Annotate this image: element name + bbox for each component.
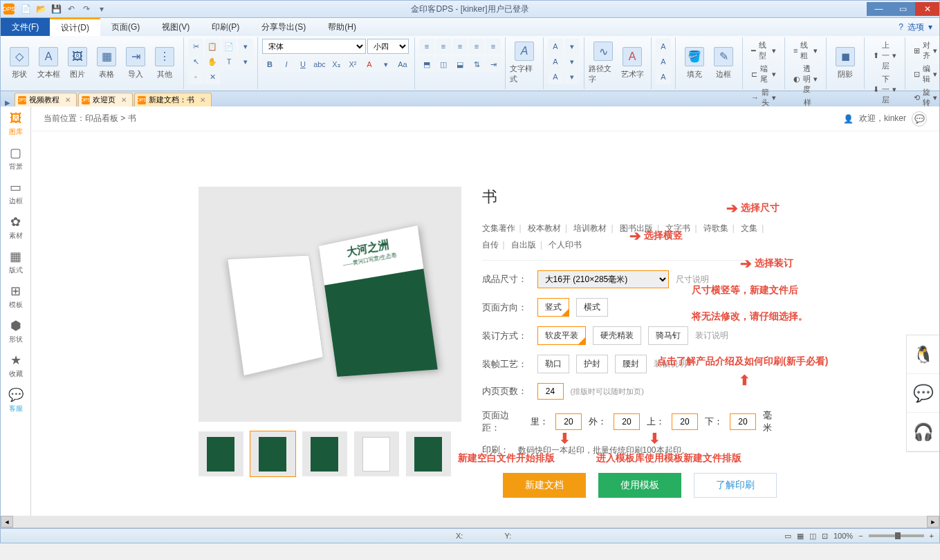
btn-pathtext[interactable]: ∿路径文字 [589,39,618,87]
maximize-button[interactable]: ▭ [891,2,915,16]
menu-page[interactable]: 页面(G) [100,18,151,36]
side-service[interactable]: 💬客服 [1,383,30,418]
thumb-4[interactable] [354,431,399,476]
close-button[interactable]: ✕ [915,2,939,16]
ts5-icon[interactable]: A [548,69,563,84]
bold-icon[interactable]: B [262,57,277,72]
btn-linetype[interactable]: ━ 线型 ▾ [747,39,780,62]
doctab-welcome[interactable]: DPS欢迎页✕ [78,93,133,106]
side-material[interactable]: ✿素材 [1,210,30,245]
menu-file[interactable]: 文件(F) [1,18,50,36]
paste-icon[interactable]: 📄 [221,39,237,54]
close-tab-icon[interactable]: ✕ [121,96,127,104]
menu-help[interactable]: 帮助(H) [317,18,367,36]
sub-icon[interactable]: X₂ [329,57,344,72]
tag[interactable]: 校本教材 [528,223,561,233]
align-center-icon[interactable]: ≡ [436,39,451,54]
zoom-slider[interactable] [869,534,924,537]
scroll-right-icon[interactable]: ► [927,516,939,528]
ts3-icon[interactable]: A [548,54,563,69]
font-select[interactable]: 宋体 [262,39,366,54]
align-left-icon[interactable]: ≡ [419,39,434,54]
btn-border[interactable]: ✎边框 [709,39,738,87]
dropdown-icon[interactable]: ▾ [238,54,253,69]
view-single-icon[interactable]: ▭ [784,532,791,541]
tag[interactable]: 文集著作 [482,223,515,233]
clear-icon[interactable]: Aa [395,57,410,72]
side-template[interactable]: ⊞模板 [1,279,30,314]
btn-fill[interactable]: 🪣填充 [680,39,709,87]
tag[interactable]: 图书出版 [620,223,653,233]
tabs-prev-icon[interactable]: ▶ [1,99,15,106]
margin-top-input[interactable] [672,413,698,430]
chevron-down-icon[interactable]: ▾ [928,22,932,32]
margin-out-input[interactable] [614,413,640,430]
btn-image[interactable]: 🖼图片 [63,39,92,87]
menu-export[interactable]: 分享导出(S) [250,18,317,36]
view-fit-icon[interactable]: ⊡ [822,532,828,541]
dropdown-icon[interactable]: ▾ [238,39,253,54]
scroll-left-icon[interactable]: ◄ [1,516,13,528]
btn-down[interactable]: ⬇ 下一层 ▾ [869,73,901,106]
zoom-in-icon[interactable]: + [930,532,934,540]
craft-belt-button[interactable]: 腰封 [615,355,647,373]
side-bg[interactable]: ▢背景 [1,141,30,176]
qat-save-icon[interactable]: 💾 [50,3,62,15]
menu-print[interactable]: 印刷(P) [201,18,250,36]
bind-hard-button[interactable]: 硬壳精装 [593,326,641,345]
btn-edit[interactable]: ⊡ 编辑 ▾ [910,62,940,86]
thumb-1[interactable] [199,431,243,476]
tag[interactable]: 自传 [482,240,499,250]
tag[interactable]: 个人印书 [549,240,582,250]
close-tab-icon[interactable]: ✕ [200,96,205,104]
tag[interactable]: 诗歌集 [703,223,728,233]
size-help-link[interactable]: 尺寸说明 [676,274,709,286]
text-icon[interactable]: T [221,54,237,69]
doctab-newdoc[interactable]: DPS新建文档：书✕ [134,93,212,106]
sup-icon[interactable]: X² [345,57,360,72]
align-right-icon[interactable]: ≡ [452,39,468,54]
qat-new-icon[interactable]: 📄 [20,3,31,15]
use-template-button[interactable]: 使用模板 [598,473,681,498]
side-gallery[interactable]: 🖼图库 [1,106,30,141]
bind-help-link[interactable]: 装订说明 [695,330,728,342]
qat-redo-icon[interactable]: ↷ [81,3,92,15]
qat-open-icon[interactable]: 📂 [35,3,46,15]
at3-icon[interactable]: A [656,69,671,84]
linespace-icon[interactable]: ⇅ [469,57,484,72]
wechat-icon[interactable]: 💬 [907,374,939,413]
minimize-button[interactable]: — [867,2,891,16]
chat-icon[interactable]: 💬 [912,111,927,127]
btn-arttext[interactable]: A艺术字 [618,39,647,87]
node-icon[interactable]: ◦ [188,69,203,84]
pages-input[interactable] [537,383,564,400]
menu-design[interactable]: 设计(D) [50,18,100,36]
at2-icon[interactable]: A [656,54,671,69]
btn-arrow[interactable]: → 箭头 ▾ [747,86,780,109]
bind-saddle-button[interactable]: 骑马钉 [648,326,688,345]
options-link[interactable]: 选项 [907,21,924,33]
orient-horizontal-button[interactable]: 横式 [576,298,608,317]
btn-rotate[interactable]: ⟲ 旋转 ▾ [910,86,940,109]
btn-shapes[interactable]: ◇形状 [5,39,34,87]
hand-icon[interactable]: ✋ [205,54,220,69]
btn-import[interactable]: ⇥导入 [121,39,150,87]
thumb-2[interactable] [250,431,295,476]
italic-icon[interactable]: I [279,57,294,72]
size-select[interactable]: 小四 [367,39,409,54]
view-multi-icon[interactable]: ▦ [797,532,804,541]
thumb-5[interactable] [406,431,451,476]
btn-table[interactable]: ▦表格 [92,39,121,87]
side-layout[interactable]: ▦版式 [1,245,30,279]
zoom-out-icon[interactable]: − [858,532,863,540]
side-border[interactable]: ▭边框 [1,176,30,210]
btn-shadow[interactable]: ◼阴影 [831,39,860,87]
distribute-icon[interactable]: ≡ [486,39,501,54]
doctab-video[interactable]: DPS视频教程✕ [15,93,77,106]
btn-transparent[interactable]: ◐ 透明度 ▾ [789,62,822,96]
btn-up[interactable]: ⬆ 上一层 ▾ [869,39,901,73]
bind-soft-button[interactable]: 软皮平装 [537,326,586,345]
ts1-icon[interactable]: A [548,39,563,54]
underline-icon[interactable]: U [295,57,311,72]
new-doc-button[interactable]: 新建文档 [503,473,586,498]
